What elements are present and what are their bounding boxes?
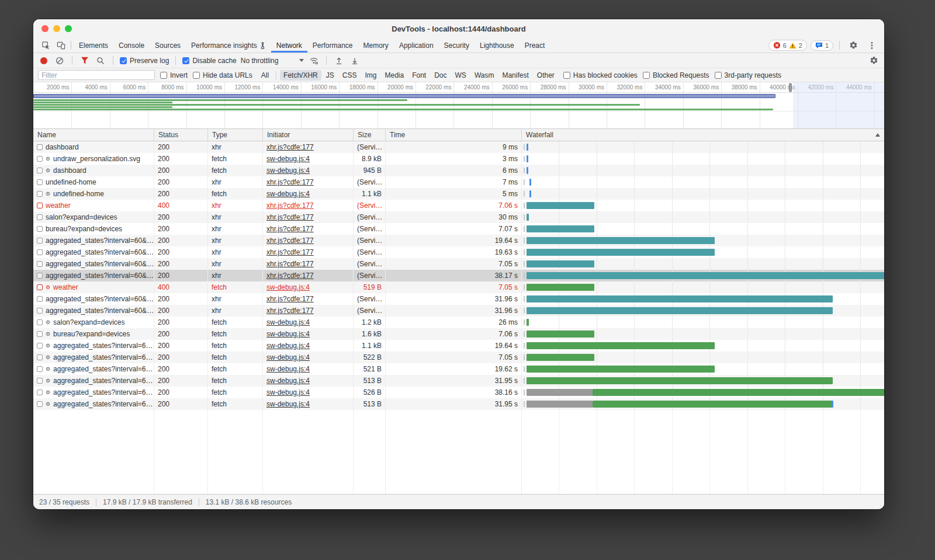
row-checkbox[interactable] <box>37 226 43 232</box>
initiator-link[interactable]: sw-debug.js:4 <box>266 377 310 385</box>
zoom-window-button[interactable] <box>65 25 72 32</box>
row-checkbox[interactable] <box>37 273 43 279</box>
table-row[interactable]: ⚙aggregated_states?interval=6…200fetchsw… <box>33 387 884 398</box>
table-row[interactable]: undefined-home200xhrxhr.js?cdfe:177(Serv… <box>33 176 884 188</box>
column-header-size[interactable]: Size <box>354 129 386 141</box>
inspect-element-icon[interactable] <box>38 38 53 53</box>
has-blocked-cookies-checkbox[interactable]: Has blocked cookies <box>563 71 638 79</box>
initiator-link[interactable]: sw-debug.js:4 <box>266 342 310 350</box>
row-checkbox[interactable] <box>37 179 43 185</box>
table-row[interactable]: aggregated_states?interval=60&…200xhrxhr… <box>33 293 884 305</box>
minimize-window-button[interactable] <box>53 25 60 32</box>
tab-application[interactable]: Application <box>394 38 439 53</box>
tab-performance-insights[interactable]: Performance insights <box>186 38 271 53</box>
initiator-link[interactable]: xhr.js?cdfe:177 <box>266 307 314 315</box>
column-header-time[interactable]: Time <box>386 129 522 141</box>
table-row[interactable]: bureau?expand=devices200xhrxhr.js?cdfe:1… <box>33 223 884 235</box>
row-checkbox[interactable] <box>37 203 43 208</box>
filter-type-ws[interactable]: WS <box>452 70 470 81</box>
table-row[interactable]: ⚙aggregated_states?interval=6…200fetchsw… <box>33 398 884 410</box>
tab-preact[interactable]: Preact <box>520 38 550 53</box>
export-har-icon[interactable] <box>349 55 361 67</box>
filter-type-media[interactable]: Media <box>381 70 407 81</box>
record-network-log-icon[interactable] <box>38 55 50 67</box>
tab-performance[interactable]: Performance <box>307 38 358 53</box>
initiator-link[interactable]: xhr.js?cdfe:177 <box>266 260 314 268</box>
overview-drag-handle[interactable] <box>789 83 792 92</box>
table-row[interactable]: aggregated_states?interval=60&…200xhrxhr… <box>33 258 884 270</box>
table-row[interactable]: weather400xhrxhr.js?cdfe:177(Servi…7.06 … <box>33 200 884 211</box>
table-row[interactable]: salon?expand=devices200xhrxhr.js?cdfe:17… <box>33 211 884 223</box>
filter-type-img[interactable]: Img <box>361 70 380 81</box>
third-party-requests-checkbox[interactable]: 3rd-party requests <box>715 71 781 79</box>
initiator-link[interactable]: sw-debug.js:4 <box>266 166 310 175</box>
initiator-link[interactable]: xhr.js?cdfe:177 <box>266 178 314 186</box>
column-header-waterfall[interactable]: Waterfall <box>522 129 884 141</box>
search-icon[interactable] <box>95 55 106 67</box>
filter-type-all[interactable]: All <box>258 70 272 81</box>
row-checkbox[interactable] <box>37 378 43 384</box>
settings-gear-icon[interactable] <box>846 41 861 50</box>
table-row[interactable]: aggregated_states?interval=60&…200xhrxhr… <box>33 305 884 316</box>
device-toolbar-icon[interactable] <box>53 38 68 53</box>
row-checkbox[interactable] <box>37 366 43 372</box>
tab-lighthouse[interactable]: Lighthouse <box>475 38 520 53</box>
network-conditions-icon[interactable] <box>308 55 320 67</box>
initiator-link[interactable]: sw-debug.js:4 <box>266 283 310 291</box>
filter-type-fetch-xhr[interactable]: Fetch/XHR <box>280 70 321 81</box>
table-row[interactable]: ⚙aggregated_states?interval=6…200fetchsw… <box>33 375 884 387</box>
initiator-link[interactable]: xhr.js?cdfe:177 <box>266 272 314 280</box>
row-checkbox[interactable] <box>37 249 43 255</box>
table-row[interactable]: ⚙undraw_personalization.svg200fetchsw-de… <box>33 153 884 165</box>
filter-type-js[interactable]: JS <box>323 70 338 81</box>
column-header-name[interactable]: Name <box>33 129 154 141</box>
initiator-link[interactable]: sw-debug.js:4 <box>266 318 310 326</box>
row-checkbox[interactable] <box>37 343 43 349</box>
table-row[interactable]: aggregated_states?interval=60&…200xhrxhr… <box>33 246 884 258</box>
row-checkbox[interactable] <box>37 331 43 337</box>
initiator-link[interactable]: xhr.js?cdfe:177 <box>266 236 314 245</box>
row-checkbox[interactable] <box>37 168 43 173</box>
table-row[interactable]: ⚙bureau?expand=devices200fetchsw-debug.j… <box>33 328 884 340</box>
initiator-link[interactable]: xhr.js?cdfe:177 <box>266 143 314 151</box>
blocked-requests-checkbox[interactable]: Blocked Requests <box>643 71 709 79</box>
table-row[interactable]: ⚙aggregated_states?interval=6…200fetchsw… <box>33 340 884 352</box>
filter-type-other[interactable]: Other <box>534 70 558 81</box>
table-row[interactable]: dashboard200xhrxhr.js?cdfe:177(Servi…9 m… <box>33 141 884 153</box>
tab-sources[interactable]: Sources <box>150 38 186 53</box>
disable-cache-checkbox[interactable]: Disable cache <box>182 57 236 65</box>
table-row[interactable]: ⚙aggregated_states?interval=6…200fetchsw… <box>33 352 884 363</box>
table-row[interactable]: ⚙dashboard200fetchsw-debug.js:4945 B6 ms <box>33 165 884 176</box>
row-checkbox[interactable] <box>37 284 43 290</box>
filter-type-wasm[interactable]: Wasm <box>471 70 498 81</box>
clear-network-log-icon[interactable] <box>54 55 65 67</box>
filter-type-font[interactable]: Font <box>408 70 430 81</box>
table-row[interactable]: ⚙salon?expand=devices200fetchsw-debug.js… <box>33 316 884 328</box>
console-errors-warnings-badge[interactable]: 6 2 <box>768 40 807 51</box>
table-row[interactable]: aggregated_states?interval=60&…200xhrxhr… <box>33 235 884 246</box>
initiator-link[interactable]: sw-debug.js:4 <box>266 388 310 396</box>
initiator-link[interactable]: sw-debug.js:4 <box>266 400 310 408</box>
row-checkbox[interactable] <box>37 401 43 407</box>
close-window-button[interactable] <box>41 25 49 32</box>
initiator-link[interactable]: sw-debug.js:4 <box>266 330 310 338</box>
initiator-link[interactable]: sw-debug.js:4 <box>266 365 310 373</box>
initiator-link[interactable]: sw-debug.js:4 <box>266 353 310 361</box>
network-settings-gear-icon[interactable] <box>868 55 879 67</box>
filter-type-css[interactable]: CSS <box>339 70 361 81</box>
row-checkbox[interactable] <box>37 296 43 302</box>
row-checkbox[interactable] <box>37 238 43 244</box>
tab-security[interactable]: Security <box>439 38 475 53</box>
tab-memory[interactable]: Memory <box>358 38 394 53</box>
filter-funnel-icon[interactable] <box>79 55 91 67</box>
row-checkbox[interactable] <box>37 308 43 314</box>
table-row[interactable]: aggregated_states?interval=60&…200xhrxhr… <box>33 270 884 281</box>
filter-type-doc[interactable]: Doc <box>431 70 450 81</box>
invert-checkbox[interactable]: Invert <box>160 71 188 79</box>
throttling-dropdown[interactable]: No throttling <box>241 57 304 65</box>
initiator-link[interactable]: sw-debug.js:4 <box>266 190 310 198</box>
initiator-link[interactable]: xhr.js?cdfe:177 <box>266 213 314 221</box>
column-header-initiator[interactable]: Initiator <box>263 129 354 141</box>
filter-input[interactable] <box>38 70 155 80</box>
tab-network[interactable]: Network <box>271 38 307 53</box>
